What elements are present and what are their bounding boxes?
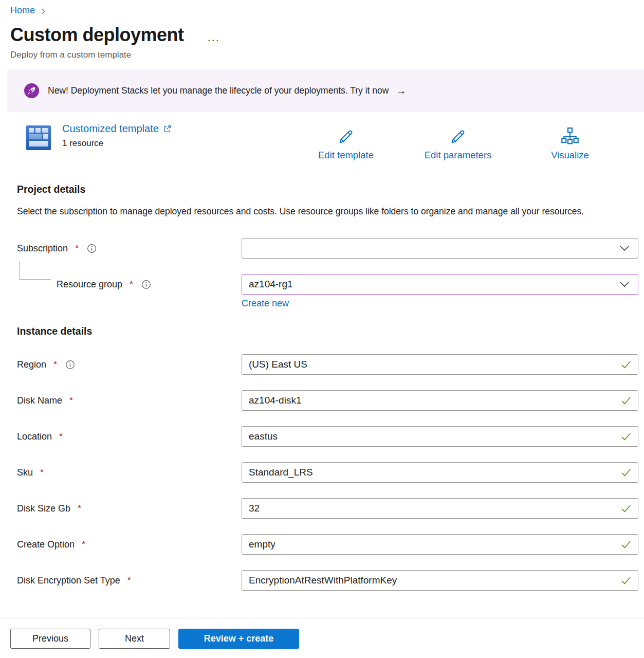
required-asterisk: * <box>59 431 63 442</box>
breadcrumb-home-link[interactable]: Home <box>10 5 35 16</box>
create-option-input[interactable] <box>242 534 638 555</box>
sku-label: Sku* <box>17 467 242 478</box>
more-options-icon[interactable]: ... <box>208 26 220 44</box>
disk-name-input[interactable] <box>242 390 638 411</box>
visualize-label: Visualize <box>551 150 589 161</box>
project-fields: Subscription* Resource group* <box>0 238 644 295</box>
edit-parameters-label: Edit parameters <box>425 150 492 161</box>
project-details-heading: Project details <box>17 184 644 195</box>
external-link-icon[interactable] <box>163 124 172 133</box>
required-asterisk: * <box>75 243 79 254</box>
main-content: Home Custom deployment ... Deploy from a… <box>0 0 644 618</box>
template-row: Customized template 1 resource Edit temp… <box>10 123 626 161</box>
try-it-now-link[interactable]: Try it now <box>350 85 389 96</box>
disk-size-label: Disk Size Gb* <box>17 503 242 514</box>
subscription-dropdown[interactable] <box>242 238 638 259</box>
deployment-stacks-banner: New! Deployment Stacks let you manage th… <box>7 69 644 112</box>
location-label: Location* <box>17 431 242 442</box>
visualize-button[interactable]: Visualize <box>514 123 626 161</box>
disk-encryption-set-type-field <box>242 570 638 591</box>
sku-field <box>242 462 638 483</box>
previous-button[interactable]: Previous <box>10 629 90 649</box>
region-row: Region* <box>0 354 638 375</box>
disk-size-field <box>242 498 638 519</box>
edit-template-label: Edit template <box>318 150 374 161</box>
edit-parameters-button[interactable]: Edit parameters <box>402 123 514 161</box>
resource-group-dropdown[interactable] <box>242 274 638 295</box>
location-field <box>242 426 638 447</box>
pencil-icon <box>337 123 355 147</box>
rocket-icon <box>24 83 39 98</box>
pencil-icon <box>449 123 467 147</box>
create-option-field <box>242 534 638 555</box>
disk-name-row: Disk Name* <box>0 390 638 411</box>
required-asterisk: * <box>130 279 133 290</box>
region-input[interactable] <box>242 354 638 375</box>
page-title: Custom deployment <box>10 24 184 46</box>
subscription-label: Subscription* <box>17 243 242 254</box>
customized-template-link[interactable]: Customized template <box>62 123 159 135</box>
disk-size-input[interactable] <box>242 498 638 519</box>
custom-deployment-page: Home Custom deployment ... Deploy from a… <box>0 0 644 658</box>
resource-count: 1 resource <box>62 138 172 149</box>
location-input[interactable] <box>242 426 638 447</box>
location-row: Location* <box>0 426 638 447</box>
flowchart-icon <box>560 123 580 147</box>
disk-encryption-set-type-input[interactable] <box>242 570 638 591</box>
chevron-right-icon <box>40 8 46 15</box>
disk-name-label: Disk Name* <box>17 395 242 406</box>
region-label: Region* <box>17 359 242 370</box>
edit-template-button[interactable]: Edit template <box>290 123 402 161</box>
create-option-label: Create Option* <box>17 539 242 550</box>
create-option-row: Create Option* <box>0 534 638 555</box>
subscription-resource-group-connector <box>19 261 51 280</box>
resource-group-field: Create new <box>242 274 638 295</box>
arrow-right-icon[interactable]: → <box>396 85 406 97</box>
review-create-button[interactable]: Review + create <box>178 629 299 649</box>
subscription-row: Subscription* <box>0 238 638 259</box>
footer-bar: Previous Next Review + create <box>0 618 644 658</box>
resource-group-row: Resource group* Create new <box>0 274 638 295</box>
required-asterisk: * <box>78 503 81 514</box>
disk-encryption-set-type-label: Disk Encryption Set Type* <box>17 575 242 586</box>
info-icon[interactable] <box>87 244 97 253</box>
page-subtitle: Deploy from a custom template <box>10 50 644 60</box>
template-actions: Edit template Edit parameters Visualize <box>290 123 626 161</box>
region-field <box>242 354 638 375</box>
sku-input[interactable] <box>242 462 638 483</box>
info-icon[interactable] <box>141 280 151 289</box>
sku-row: Sku* <box>0 462 638 483</box>
required-asterisk: * <box>82 539 85 550</box>
disk-encryption-set-type-row: Disk Encryption Set Type* <box>0 570 638 591</box>
next-button[interactable]: Next <box>99 629 170 649</box>
breadcrumb: Home <box>0 0 644 16</box>
info-icon[interactable] <box>65 360 75 370</box>
required-asterisk: * <box>40 467 44 478</box>
disk-name-field <box>242 390 638 411</box>
header: Custom deployment ... <box>10 24 644 46</box>
instance-details-heading: Instance details <box>17 325 644 337</box>
required-asterisk: * <box>69 395 73 406</box>
banner-text: New! Deployment Stacks let you manage th… <box>48 85 389 96</box>
template-icon <box>26 125 51 150</box>
resource-group-label: Resource group* <box>17 279 242 290</box>
project-details-description: Select the subscription to manage deploy… <box>17 204 608 220</box>
required-asterisk: * <box>53 359 57 370</box>
required-asterisk: * <box>127 575 131 586</box>
create-new-link[interactable]: Create new <box>242 298 289 309</box>
disk-size-row: Disk Size Gb* <box>0 498 638 519</box>
subscription-field <box>242 238 638 259</box>
instance-fields: Region* Disk Name* <box>0 354 644 591</box>
template-summary: Customized template 1 resource <box>10 123 290 161</box>
